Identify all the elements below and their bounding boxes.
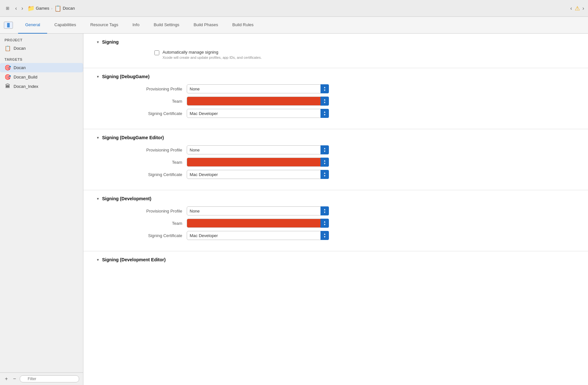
cert-control-1: Mac Developer ▲ ▼ — [187, 109, 329, 118]
cert-select-1[interactable]: Mac Developer — [187, 109, 329, 118]
section-signing-triangle[interactable]: ▼ — [96, 40, 100, 44]
remove-target-button[interactable]: − — [11, 375, 17, 382]
section-signing-development: ▼ Signing (Development) Provisioning Pro… — [83, 190, 588, 251]
team-label-1: Team — [96, 99, 187, 104]
section-signing-development-triangle[interactable]: ▼ — [96, 197, 100, 201]
back-button[interactable]: ‹ — [14, 5, 18, 12]
tab-build-phases[interactable]: Build Phases — [186, 17, 225, 34]
form-row-cert-2: Signing Certificate Mac Developer ▲ ▼ — [96, 170, 575, 179]
tab-build-settings[interactable]: Build Settings — [147, 17, 187, 34]
sidebar-target-docan-build-label: Docan_Build — [14, 75, 37, 79]
sidebar-target-docan-index-label: Docan_Index — [14, 84, 38, 89]
section-signing-debuggame-triangle[interactable]: ▼ — [96, 75, 100, 78]
team-control-3: ▲ ▼ — [187, 219, 329, 228]
titlebar-back-btn[interactable]: ‹ — [570, 5, 572, 11]
breadcrumb-docan-label: Docan — [63, 6, 75, 11]
auto-sign-desc: Xcode will create and update profiles, a… — [163, 55, 262, 60]
tab-general[interactable]: General — [18, 17, 47, 34]
grid-icon[interactable]: ⊞ — [4, 5, 11, 12]
section-signing-debuggame-editor-triangle[interactable]: ▼ — [96, 136, 100, 140]
breadcrumb-games[interactable]: 📁 Games — [27, 5, 49, 12]
form-row-cert-3: Signing Certificate Mac Developer ▲ ▼ — [96, 231, 575, 240]
team-control-2: ▲ ▼ — [187, 158, 329, 167]
target-icon-docan: 🎯 — [5, 65, 11, 71]
cert-control-2: Mac Developer ▲ ▼ — [187, 170, 329, 179]
sidebar-bottom: + − ⊙ — [0, 372, 83, 385]
section-signing-development-editor-title: Signing (Development Editor) — [102, 257, 166, 262]
prov-control-3: None ▲ ▼ — [187, 206, 329, 215]
section-signing: ▼ Signing Automatically manage signing X… — [83, 34, 588, 68]
sidebar-target-docan-label: Docan — [14, 65, 26, 70]
tab-resource-tags[interactable]: Resource Tags — [83, 17, 125, 34]
tab-build-rules[interactable]: Build Rules — [225, 17, 261, 34]
team-select-2[interactable] — [187, 158, 329, 167]
filter-input[interactable] — [20, 375, 79, 382]
cert-select-2[interactable]: Mac Developer — [187, 170, 329, 179]
form-row-cert-1: Signing Certificate Mac Developer ▲ ▼ — [96, 109, 575, 118]
team-select-1[interactable] — [187, 97, 329, 106]
section-signing-debuggame-editor-title: Signing (DebugGame Editor) — [102, 135, 164, 140]
target-icon-docan-build: 🎯 — [5, 74, 11, 80]
cert-label-1: Signing Certificate — [96, 111, 187, 116]
auto-sign-row: Automatically manage signing Xcode will … — [154, 50, 575, 60]
section-signing-development-title: Signing (Development) — [102, 196, 151, 201]
form-row-team-2: Team ▲ ▼ — [96, 158, 575, 167]
prov-select-2[interactable]: None — [187, 145, 329, 154]
target-icon-docan-index: 🏛 — [5, 83, 11, 89]
sidebar: PROJECT 📋 Docan TARGETS 🎯 Docan 🎯 Docan_… — [0, 34, 83, 385]
section-signing-development-editor-triangle[interactable]: ▼ — [96, 258, 100, 262]
breadcrumb-separator: › — [51, 6, 53, 10]
tab-info[interactable]: Info — [125, 17, 147, 34]
prov-control-2: None ▲ ▼ — [187, 145, 329, 154]
warning-icon: ⚠ — [575, 5, 580, 12]
form-row-team-3: Team ▲ ▼ — [96, 219, 575, 228]
section-signing-header: ▼ Signing — [96, 39, 575, 45]
cert-label-2: Signing Certificate — [96, 172, 187, 177]
form-row-prov-2: Provisioning Profile None ▲ ▼ — [96, 145, 575, 154]
section-signing-title: Signing — [102, 39, 119, 45]
auto-sign-text: Automatically manage signing Xcode will … — [163, 50, 262, 60]
cert-label-3: Signing Certificate — [96, 233, 187, 238]
prov-select-1[interactable]: None — [187, 84, 329, 93]
titlebar-right: ‹ ⚠ › — [570, 5, 584, 12]
section-signing-development-editor: ▼ Signing (Development Editor) ▲ ▼ — [83, 251, 588, 287]
content: ▼ Signing Automatically manage signing X… — [83, 34, 588, 385]
targets-section-label: TARGETS — [0, 53, 83, 63]
forward-button[interactable]: › — [20, 5, 25, 12]
team-label-3: Team — [96, 221, 187, 226]
breadcrumb-docan[interactable]: 📋 Docan — [54, 5, 75, 12]
sidebar-item-docan[interactable]: 🎯 Docan — [0, 63, 83, 72]
add-target-button[interactable]: + — [3, 375, 9, 382]
cert-control-3: Mac Developer ▲ ▼ — [187, 231, 329, 240]
form-row-prov-1: Provisioning Profile None ▲ ▼ — [96, 84, 575, 93]
titlebar-forward-btn[interactable]: › — [583, 5, 584, 11]
auto-sign-label: Automatically manage signing — [163, 50, 262, 55]
project-file-icon: 📋 — [5, 45, 11, 51]
team-label-2: Team — [96, 160, 187, 165]
cert-select-3[interactable]: Mac Developer — [187, 231, 329, 240]
form-row-team-1: Team ▲ ▼ — [96, 97, 575, 106]
form-row-prov-3: Provisioning Profile None ▲ ▼ — [96, 206, 575, 215]
team-select-3[interactable] — [187, 219, 329, 228]
section-signing-debuggame-header: ▼ Signing (DebugGame) — [96, 74, 575, 79]
folder-icon: 📁 — [27, 5, 35, 12]
sidebar-toggle[interactable] — [4, 22, 13, 29]
prov-label-1: Provisioning Profile — [96, 87, 187, 91]
tab-capabilities[interactable]: Capabilities — [47, 17, 83, 34]
sidebar-item-docan-build[interactable]: 🎯 Docan_Build — [0, 72, 83, 82]
sidebar-item-project-docan[interactable]: 📋 Docan — [0, 44, 83, 53]
breadcrumb-games-label: Games — [36, 6, 49, 11]
nav-buttons: ‹ › — [14, 5, 25, 12]
team-control-1: ▲ ▼ — [187, 97, 329, 106]
sidebar-toggle-inner — [7, 23, 10, 27]
sidebar-item-docan-index[interactable]: 🏛 Docan_Index — [0, 82, 83, 91]
section-signing-debuggame-editor-header: ▼ Signing (DebugGame Editor) — [96, 135, 575, 140]
tabbar: General Capabilities Resource Tags Info … — [0, 17, 588, 34]
main-layout: PROJECT 📋 Docan TARGETS 🎯 Docan 🎯 Docan_… — [0, 34, 588, 385]
auto-sign-checkbox[interactable] — [154, 50, 159, 55]
tabs: General Capabilities Resource Tags Info … — [18, 17, 261, 34]
section-signing-development-editor-header: ▼ Signing (Development Editor) — [96, 257, 575, 262]
prov-select-3[interactable]: None — [187, 206, 329, 215]
project-icon: 📋 — [54, 5, 61, 12]
prov-label-3: Provisioning Profile — [96, 209, 187, 213]
